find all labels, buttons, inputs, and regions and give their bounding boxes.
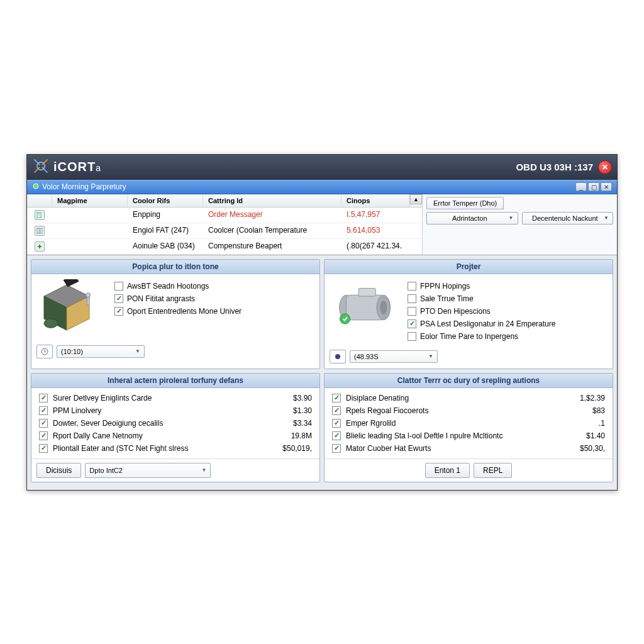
maximize-button[interactable]: ▢: [588, 182, 599, 191]
chevron-down-icon: ▼: [509, 215, 514, 221]
list-item[interactable]: Mator Cuober Hat Ewurts$50,30,: [325, 442, 613, 455]
list-item[interactable]: Rpels Regoal Fiocoerots$83: [325, 404, 613, 417]
checkbox[interactable]: [39, 431, 48, 440]
cell: I.5,47,957: [341, 208, 409, 223]
scroll-up-button[interactable]: ▲: [410, 194, 422, 204]
list-label: Blielic leading Sta l-ool Deftle I npulr…: [346, 431, 555, 440]
list-item[interactable]: Pliontall Eater and (STC Net Fight slres…: [31, 442, 319, 455]
th-magpime[interactable]: Magpime: [52, 194, 128, 207]
list-item[interactable]: Rport Dally Cane Netnomy19.8M: [31, 430, 319, 442]
th-cinops[interactable]: Cinops: [341, 194, 409, 207]
checkbox[interactable]: [39, 394, 48, 402]
side-tab[interactable]: Errtor Temperr (Dho): [426, 197, 504, 209]
device-image-component: [38, 279, 107, 336]
chevron-down-icon: ▼: [428, 353, 433, 359]
list-label: Mator Cuober Hat Ewurts: [346, 444, 555, 453]
checkbox[interactable]: [114, 307, 123, 316]
panel-tr-dropdown[interactable]: (48.93S ▼: [350, 350, 438, 363]
table-row[interactable]: Aoinule SAB (034) Compensture Beapert (.…: [27, 239, 422, 255]
sub-title-icon: [32, 182, 40, 192]
check-item[interactable]: PON Fititat angrasts: [114, 294, 313, 303]
clock-icon-box[interactable]: [36, 345, 53, 358]
checkbox[interactable]: [408, 319, 416, 328]
sub-close-button[interactable]: ✕: [601, 182, 612, 191]
check-item[interactable]: AwsBT Seadn Hootongs: [114, 282, 313, 291]
checkbox[interactable]: [332, 406, 341, 415]
list-value: $1.40: [555, 431, 605, 440]
checkbox[interactable]: [408, 282, 416, 291]
close-button[interactable]: ✕: [598, 160, 612, 174]
checkbox[interactable]: [408, 332, 416, 341]
panel-br-header: Clattor Terrr oc dury of srepling aution…: [325, 374, 613, 388]
panel-tr-checklist: FPPN Hopings Sale Trrue Time PTO Den Hip…: [408, 282, 606, 341]
app-name: iCORTa: [53, 160, 101, 174]
side-dropdown-1[interactable]: Adrintacton ▼: [426, 212, 518, 225]
panel-tl-footer: (10:10) ▼: [31, 341, 319, 364]
check-item[interactable]: FPPN Hopings: [408, 282, 606, 291]
cell: Coolcer (Coolan Temperature: [203, 223, 341, 238]
maximize-icon: ▢: [591, 184, 597, 191]
dicisuis-button[interactable]: Dicisuis: [36, 463, 81, 478]
enton-button[interactable]: Enton 1: [425, 463, 470, 478]
checkbox[interactable]: [39, 444, 48, 453]
table-row[interactable]: Engiol FAT (247) Coolcer (Coolan Tempera…: [27, 223, 422, 239]
title-bar: iCORTa OBD U3 03H :137 ✕: [27, 155, 617, 180]
panel-bottomright: Clattor Terrr oc dury of srepling aution…: [324, 373, 613, 482]
checkbox[interactable]: [39, 419, 48, 428]
list-item[interactable]: Dowter, Sever Deoigiung cecalils$3.34: [31, 417, 319, 430]
side-dd1-text: Adrintacton: [431, 214, 509, 222]
panel-tr-body: FPPN Hopings Sale Trrue Time PTO Den Hip…: [325, 274, 613, 346]
panel-br-body: Disiplace Denating1,$2.39 Rpels Regoal F…: [325, 388, 613, 458]
checkbox[interactable]: [408, 294, 416, 303]
window-controls: _ ▢ ✕: [575, 182, 612, 191]
check-item[interactable]: PSA Lest Desligonatur in 24 Emperature: [408, 319, 606, 328]
row-doc-icon: [35, 210, 45, 220]
th-coolor[interactable]: Coolor Rifs: [128, 194, 203, 207]
th-cattring[interactable]: Cattring ld: [203, 194, 341, 207]
minimize-icon: _: [579, 184, 583, 191]
check-label: AwsBT Seadn Hootongs: [127, 282, 209, 291]
device-image-motor: [331, 279, 400, 336]
check-item[interactable]: PTO Den Hipescions: [408, 307, 606, 316]
panel-tr-dd-text: (48.93S: [354, 353, 428, 360]
dpto-dropdown[interactable]: Dpto IntC2 ▼: [85, 463, 211, 478]
svg-point-19: [380, 301, 387, 314]
check-item[interactable]: Oport Ententredlents Mone Univer: [114, 307, 313, 316]
checkbox[interactable]: [332, 444, 341, 453]
checkbox[interactable]: [332, 431, 341, 440]
app-name-suffix: a: [96, 163, 101, 173]
checkbox[interactable]: [332, 419, 341, 428]
side-dropdown-2[interactable]: Decentenulc Nackunt ▼: [522, 212, 614, 225]
panel-bottomleft: Inheral actern piroleral torfuny defans …: [31, 373, 320, 482]
check-label: PON Fititat angrasts: [127, 294, 195, 303]
table-row[interactable]: Enpping Order Messager I.5,47,957: [27, 208, 422, 223]
list-label: Pliontall Eater and (STC Net Fight slres…: [53, 444, 262, 453]
list-item[interactable]: PPM Linolvery$1.30: [31, 404, 319, 417]
panel-tl-body: AwsBT Seadn Hootongs PON Fititat angrast…: [31, 274, 319, 341]
list-value: $3.90: [262, 394, 312, 402]
repl-button[interactable]: REPL: [474, 463, 512, 478]
panel-tl-dropdown[interactable]: (10:10) ▼: [57, 345, 145, 358]
list-label: Rport Dally Cane Netnomy: [53, 431, 262, 440]
cell: Aoinule SAB (034): [128, 239, 203, 254]
checkbox[interactable]: [114, 294, 123, 303]
minimize-button[interactable]: _: [575, 182, 587, 191]
check-label: Oport Ententredlents Mone Univer: [127, 307, 242, 316]
table-area: Magpime Coolor Rifs Cattring ld Cinops ▲…: [27, 194, 617, 255]
list-item[interactable]: Disiplace Denating1,$2.39: [325, 392, 613, 404]
panel-tl-checklist: AwsBT Seadn Hootongs PON Fititat angrast…: [114, 282, 313, 316]
list-item[interactable]: Emper Rgrolild.1: [325, 417, 613, 430]
check-item[interactable]: Eolor Time Pare to Inpergens: [408, 332, 606, 341]
chevron-down-icon: ▼: [135, 348, 140, 354]
cell: Enpping: [128, 208, 203, 223]
checkbox[interactable]: [408, 307, 416, 316]
checkbox[interactable]: [114, 282, 123, 291]
list-item[interactable]: Surer Detlvey Eniglints Carde$3.90: [31, 392, 319, 404]
check-item[interactable]: Sale Trrue Time: [408, 294, 606, 303]
data-table: Magpime Coolor Rifs Cattring ld Cinops ▲…: [27, 194, 422, 255]
checkbox[interactable]: [332, 394, 341, 402]
dot-icon-box[interactable]: [330, 350, 346, 364]
checkbox[interactable]: [39, 406, 48, 415]
list-item[interactable]: Blielic leading Sta l-ool Deftle I npulr…: [325, 430, 613, 442]
cell: Engiol FAT (247): [128, 223, 203, 238]
